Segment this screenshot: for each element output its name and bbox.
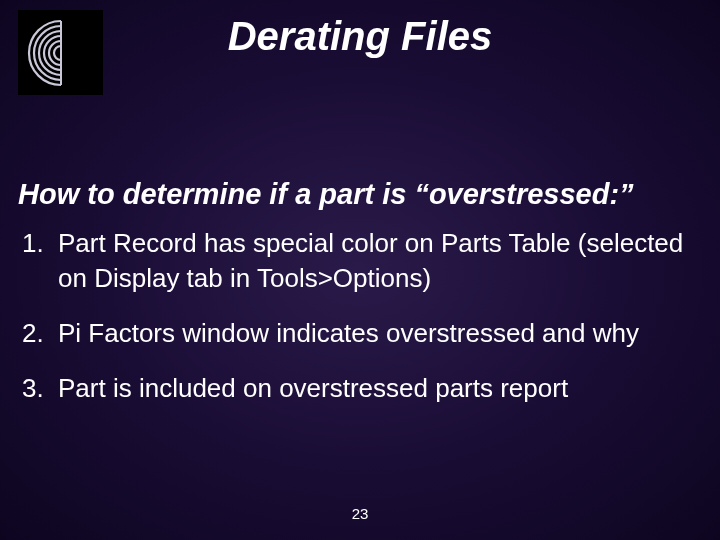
list-number: 2. [22,316,58,351]
list-item: 1. Part Record has special color on Part… [22,226,698,296]
list-item: 2. Pi Factors window indicates overstres… [22,316,698,351]
list-number: 1. [22,226,58,261]
page-number: 23 [0,505,720,522]
list-text: Part is included on overstressed parts r… [58,371,698,406]
slide-title: Derating Files [0,14,720,59]
list-item: 3. Part is included on overstressed part… [22,371,698,406]
list-text: Pi Factors window indicates overstressed… [58,316,698,351]
list-text: Part Record has special color on Parts T… [58,226,698,296]
list-number: 3. [22,371,58,406]
numbered-list: 1. Part Record has special color on Part… [22,226,698,426]
slide-subtitle: How to determine if a part is “overstres… [18,178,634,211]
